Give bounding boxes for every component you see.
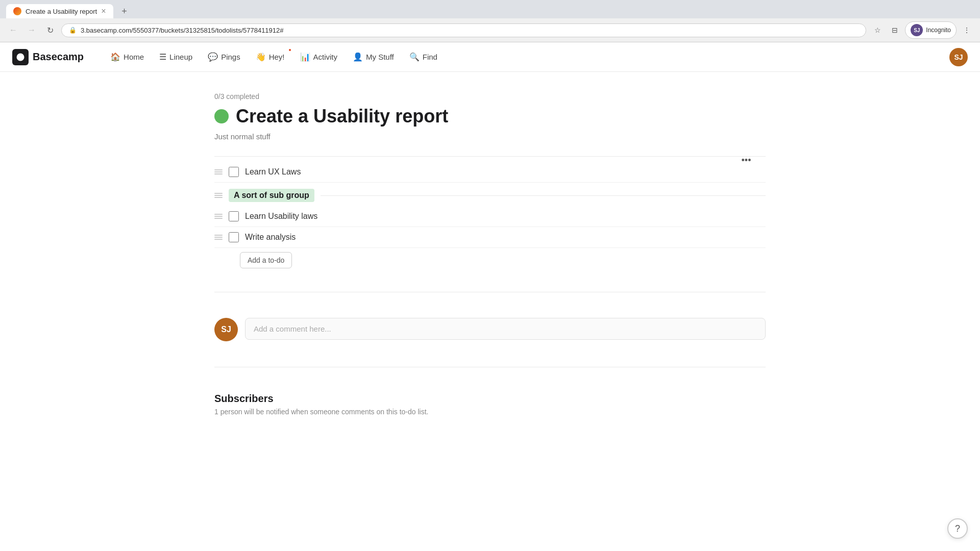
browser-toolbar: ← → ↻ 🔒 3.basecamp.com/5550377/buckets/3… (0, 18, 980, 42)
incognito-avatar: SJ (911, 24, 923, 36)
comment-area: SJ Add a comment here... (214, 308, 766, 352)
comment-placeholder: Add a comment here... (254, 324, 331, 333)
add-todo-button[interactable]: Add a to-do (240, 252, 292, 268)
completion-dot (214, 109, 229, 123)
todo-item: Learn UX Laws (214, 162, 766, 183)
nav-mystuff-label: My Stuff (366, 53, 394, 61)
section-divider (214, 292, 766, 292)
subgroup-row: A sort of sub group (214, 183, 766, 206)
todo-checkbox-3[interactable] (229, 232, 239, 242)
nav-activity-label: Activity (313, 53, 338, 61)
address-text: 3.basecamp.com/5550377/buckets/31325815/… (81, 27, 859, 34)
sidebar-item-pings[interactable]: 💬 Pings (202, 49, 247, 65)
new-tab-button[interactable]: + (117, 4, 132, 18)
todo-checkbox-1[interactable] (229, 167, 239, 177)
tab-title: Create a Usability report (26, 8, 97, 15)
nav-items: 🏠 Home ☰ Lineup 💬 Pings 👋 Hey! 📊 (104, 49, 949, 65)
logo[interactable]: Basecamp (12, 49, 84, 65)
user-avatar[interactable]: SJ (949, 48, 968, 66)
bookmark-icon[interactable]: ☆ (870, 23, 885, 37)
page-title: Create a Usability report (236, 106, 448, 127)
nav-home-label: Home (124, 53, 144, 61)
browser-titlebar: Create a Usability report × + (0, 0, 980, 18)
todo-list: Learn UX Laws A sort of sub group (214, 156, 766, 277)
address-bar[interactable]: 🔒 3.basecamp.com/5550377/buckets/3132581… (61, 23, 866, 37)
subscribers-section: Subscribers 1 person will be notified wh… (214, 383, 766, 426)
todo-item: Learn Usability laws (214, 206, 766, 227)
subscribers-title: Subscribers (214, 393, 766, 405)
more-browser-options-icon[interactable]: ⋮ (960, 23, 974, 37)
sidebar-item-find[interactable]: 🔍 Find (403, 49, 444, 65)
browser-window: Create a Usability report × + ← → ↻ 🔒 3.… (0, 0, 980, 551)
hey-icon: 👋 (256, 52, 266, 62)
page-subtitle: Just normal stuff (214, 132, 766, 141)
content-divider-2 (214, 367, 766, 367)
forward-button[interactable]: → (24, 23, 39, 37)
progress-text: 0/3 completed (214, 92, 766, 101)
top-nav: Basecamp 🏠 Home ☰ Lineup 💬 Pings 👋 Hey! (0, 42, 980, 72)
todo-item: Write analysis (214, 227, 766, 248)
page-title-row: Create a Usability report (214, 106, 766, 127)
sidebar-item-lineup[interactable]: ☰ Lineup (153, 49, 199, 65)
comment-input[interactable]: Add a comment here... (245, 318, 766, 340)
todo-label-3: Write analysis (245, 233, 296, 242)
todo-label-1: Learn UX Laws (245, 167, 301, 177)
help-button[interactable]: ? (947, 518, 968, 539)
todo-label-2: Learn Usability laws (245, 212, 317, 221)
todo-checkbox-2[interactable] (229, 211, 239, 221)
subgroup-label: A sort of sub group (229, 189, 314, 202)
sidebar-item-hey[interactable]: 👋 Hey! (250, 49, 291, 65)
drag-handle-icon[interactable] (214, 235, 223, 240)
sidebar-item-home[interactable]: 🏠 Home (104, 49, 150, 65)
nav-lineup-label: Lineup (169, 53, 192, 61)
reload-button[interactable]: ↻ (43, 23, 57, 37)
pings-icon: 💬 (208, 52, 218, 62)
toolbar-icons: ☆ ⊟ SJ Incognito ⋮ (870, 21, 974, 39)
incognito-button[interactable]: SJ Incognito (905, 21, 957, 39)
nav-pings-label: Pings (221, 53, 240, 61)
mystuff-icon: 👤 (353, 52, 363, 62)
back-button[interactable]: ← (6, 23, 20, 37)
find-icon: 🔍 (409, 52, 420, 62)
home-icon: 🏠 (110, 52, 120, 62)
main-content: ••• 0/3 completed Create a Usability rep… (184, 72, 796, 446)
drag-handle-icon[interactable] (214, 214, 223, 219)
sidebar-item-mystuff[interactable]: 👤 My Stuff (347, 49, 400, 65)
drag-handle-icon[interactable] (214, 169, 223, 174)
tab-close-button[interactable]: × (101, 7, 106, 15)
nav-hey-label: Hey! (269, 53, 285, 61)
logo-text: Basecamp (33, 51, 84, 63)
sidebar-icon[interactable]: ⊟ (888, 23, 902, 37)
lock-icon: 🔒 (69, 27, 77, 34)
nav-find-label: Find (423, 53, 437, 61)
subgroup-drag-handle-icon[interactable] (214, 193, 223, 198)
more-options-button[interactable]: ••• (737, 151, 755, 169)
svg-point-0 (17, 53, 24, 61)
app-container: Basecamp 🏠 Home ☰ Lineup 💬 Pings 👋 Hey! (0, 42, 980, 551)
hey-notification-badge (288, 48, 292, 52)
user-avatar-initials: SJ (954, 53, 963, 61)
basecamp-logo-icon (12, 49, 29, 65)
tab-favicon-icon (13, 7, 21, 15)
comment-user-avatar: SJ (214, 318, 238, 341)
incognito-label: Incognito (926, 27, 951, 34)
browser-tab[interactable]: Create a Usability report × (6, 4, 113, 18)
activity-icon: 📊 (300, 52, 310, 62)
subgroup-divider (321, 195, 766, 196)
subscribers-subtitle: 1 person will be notified when someone c… (214, 408, 766, 416)
sidebar-item-activity[interactable]: 📊 Activity (294, 49, 344, 65)
lineup-icon: ☰ (159, 52, 166, 62)
